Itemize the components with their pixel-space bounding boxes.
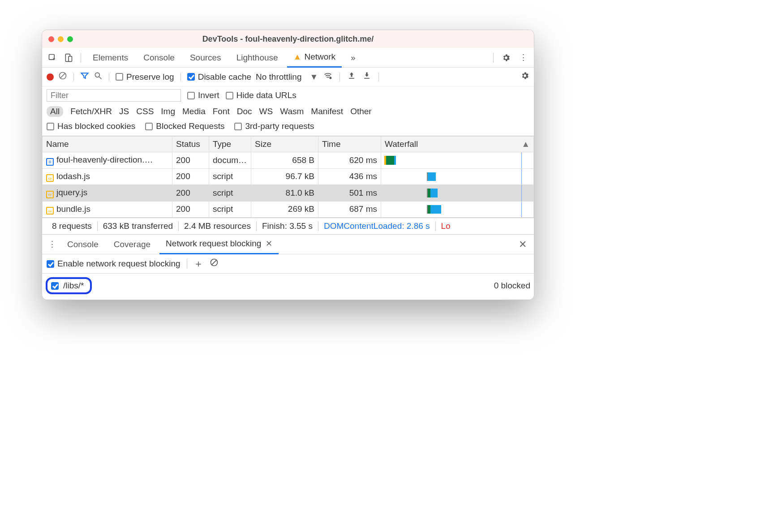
request-time: 501 ms <box>318 185 381 202</box>
tab-sources[interactable]: Sources <box>184 48 228 68</box>
col-status[interactable]: Status <box>172 137 209 152</box>
remove-all-patterns-button[interactable] <box>210 258 219 270</box>
table-header-row: Name Status Type Size Time Waterfall▲ <box>43 137 534 152</box>
enable-blocking-checkbox[interactable]: Enable network request blocking <box>47 259 181 269</box>
throttling-select[interactable]: No throttling ▼ <box>256 72 318 82</box>
filter-row: Invert Hide data URLs <box>42 86 534 104</box>
request-time: 687 ms <box>318 201 381 218</box>
titlebar: DevTools - foul-heavenly-direction.glitc… <box>42 30 534 48</box>
network-summary: 8 requests 633 kB transferred 2.4 MB res… <box>42 218 534 235</box>
col-waterfall[interactable]: Waterfall▲ <box>381 137 534 152</box>
summary-requests: 8 requests <box>47 221 98 231</box>
request-type: docum… <box>209 152 251 169</box>
chip-other[interactable]: Other <box>350 107 372 116</box>
chip-all[interactable]: All <box>47 106 63 117</box>
drawer-tab-blocking[interactable]: Network request blocking ✕ <box>159 235 279 254</box>
third-party-checkbox[interactable]: 3rd-party requests <box>234 121 314 131</box>
drawer-tab-coverage[interactable]: Coverage <box>107 235 157 254</box>
network-settings-icon[interactable] <box>520 71 529 82</box>
chip-font[interactable]: Font <box>213 107 230 116</box>
request-waterfall <box>381 152 534 169</box>
close-tab-icon[interactable]: ✕ <box>266 239 272 249</box>
chip-js[interactable]: JS <box>119 107 129 116</box>
hide-data-urls-checkbox[interactable]: Hide data URLs <box>226 90 297 100</box>
summary-finish: Finish: 3.55 s <box>257 221 318 231</box>
chip-css[interactable]: CSS <box>136 107 154 116</box>
main-tab-bar: Elements Console Sources Lighthouse ▲ Ne… <box>42 48 534 68</box>
extra-filters-row: Has blocked cookies Blocked Requests 3rd… <box>42 120 534 136</box>
pattern-checkbox[interactable] <box>51 282 59 290</box>
drawer-more-icon[interactable]: ⋮ <box>46 239 58 249</box>
drawer-close-icon[interactable]: ✕ <box>519 239 530 250</box>
pattern-text[interactable]: /libs/* <box>63 281 84 291</box>
col-size[interactable]: Size <box>251 137 318 152</box>
blocking-toolbar: Enable network request blocking ＋ <box>42 254 534 274</box>
filter-input[interactable] <box>47 89 181 102</box>
sort-arrow-icon: ▲ <box>521 139 530 149</box>
svg-point-5 <box>95 73 99 77</box>
chip-manifest[interactable]: Manifest <box>311 107 343 116</box>
preserve-log-label: Preserve log <box>126 72 174 82</box>
tab-console[interactable]: Console <box>137 48 181 68</box>
request-time: 620 ms <box>318 152 381 169</box>
device-toolbar-icon[interactable] <box>62 53 75 62</box>
has-blocked-cookies-checkbox[interactable]: Has blocked cookies <box>47 121 135 131</box>
svg-rect-8 <box>349 78 354 79</box>
svg-point-7 <box>330 77 331 78</box>
request-status: 200 <box>172 168 209 185</box>
tabs-overflow[interactable]: » <box>344 48 362 68</box>
js-file-icon: ‹› <box>46 174 54 182</box>
request-waterfall <box>381 201 534 218</box>
pattern-highlight: /libs/* <box>46 277 92 294</box>
settings-icon[interactable] <box>499 53 513 62</box>
col-name[interactable]: Name <box>43 137 172 152</box>
request-size: 81.0 kB <box>251 185 318 202</box>
request-type: script <box>209 201 251 218</box>
invert-checkbox[interactable]: Invert <box>187 90 219 100</box>
add-pattern-button[interactable]: ＋ <box>193 257 203 270</box>
window-title: DevTools - foul-heavenly-direction.glitc… <box>42 34 534 44</box>
import-har-icon[interactable] <box>346 71 357 82</box>
js-file-icon: ‹› <box>46 207 54 215</box>
record-button[interactable] <box>47 73 54 81</box>
svg-rect-2 <box>69 56 72 61</box>
table-row[interactable]: ‹›bundle.js200script269 kB687 ms <box>43 201 534 218</box>
summary-transferred: 633 kB transferred <box>98 221 179 231</box>
disable-cache-checkbox[interactable]: Disable cache <box>187 72 251 82</box>
chip-fetch-xhr[interactable]: Fetch/XHR <box>70 107 112 116</box>
tab-network-label: Network <box>304 52 335 62</box>
request-name: bundle.js <box>56 204 90 214</box>
svg-line-11 <box>211 260 217 265</box>
request-waterfall <box>381 185 534 202</box>
chip-ws[interactable]: WS <box>259 107 273 116</box>
inspect-icon[interactable] <box>46 53 59 62</box>
table-row[interactable]: ≡foul-heavenly-direction.…200docum…658 B… <box>43 152 534 169</box>
export-har-icon[interactable] <box>361 71 372 82</box>
search-icon[interactable] <box>94 71 103 82</box>
disable-cache-label: Disable cache <box>198 72 251 82</box>
more-menu-icon[interactable]: ⋮ <box>516 52 530 63</box>
chip-img[interactable]: Img <box>161 107 175 116</box>
filter-toggle-icon[interactable] <box>80 71 89 82</box>
table-row[interactable]: ‹›jquery.js200script81.0 kB501 ms <box>43 185 534 202</box>
js-file-icon: ‹› <box>46 191 54 198</box>
request-name: lodash.js <box>56 172 90 181</box>
svg-line-6 <box>99 77 102 79</box>
request-waterfall <box>381 168 534 185</box>
drawer-tab-console[interactable]: Console <box>61 235 105 254</box>
request-type: script <box>209 185 251 202</box>
chip-media[interactable]: Media <box>182 107 206 116</box>
col-type[interactable]: Type <box>209 137 251 152</box>
clear-button[interactable] <box>58 71 67 82</box>
request-size: 658 B <box>251 152 318 169</box>
col-time[interactable]: Time <box>318 137 381 152</box>
tab-lighthouse[interactable]: Lighthouse <box>230 48 284 68</box>
preserve-log-checkbox[interactable]: Preserve log <box>116 72 174 82</box>
chip-doc[interactable]: Doc <box>237 107 252 116</box>
blocked-requests-checkbox[interactable]: Blocked Requests <box>145 121 224 131</box>
chip-wasm[interactable]: Wasm <box>280 107 304 116</box>
network-conditions-icon[interactable] <box>322 71 333 82</box>
table-row[interactable]: ‹›lodash.js200script96.7 kB436 ms <box>43 168 534 185</box>
tab-network[interactable]: ▲ Network <box>287 48 342 68</box>
tab-elements[interactable]: Elements <box>86 48 134 68</box>
